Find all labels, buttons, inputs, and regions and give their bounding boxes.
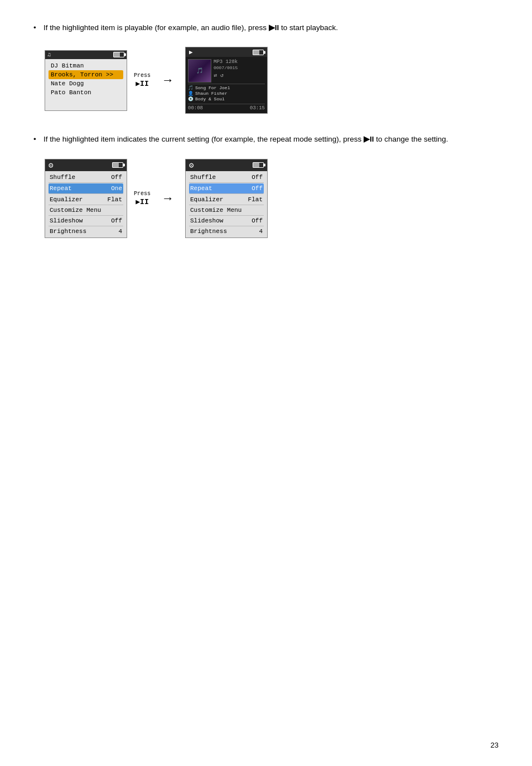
player-controls: ⇄ ↺ — [214, 72, 238, 79]
battery-icon-2 — [253, 50, 264, 55]
album-icon: 💿 — [188, 96, 194, 101]
artist-icon: 👤 — [188, 91, 194, 96]
music-icon: ♫ — [47, 52, 51, 58]
settings-header-after: ⚙ — [186, 159, 267, 171]
play-pause-symbol-1: ▶II — [136, 79, 148, 88]
list-item: DJ Bitman — [49, 61, 123, 70]
arrow-1: → — [162, 73, 174, 88]
song-icon: 🎵 — [188, 85, 194, 90]
player-top-row: 🎵 MP3 128k 0007/0015 ⇄ ↺ — [188, 59, 265, 83]
settings-row-customize: Customize Menu — [49, 205, 123, 216]
now-playing-screen: ▶ 🎵 MP3 128k 0007/0015 ⇄ ↺ — [185, 47, 268, 114]
settings-row-shuffle: Shuffle Off — [49, 172, 123, 183]
settings-after-screen: ⚙ Shuffle Off Repeat Off Equalizer Flat — [185, 159, 268, 238]
settings-body-after: Shuffle Off Repeat Off Equalizer Flat Cu… — [186, 171, 267, 237]
settings-row-equalizer: Equalizer Flat — [49, 195, 123, 205]
settings-row-brightness-after: Brightness 4 — [189, 226, 264, 236]
play-pause-symbol-2: ▶II — [136, 197, 148, 206]
play-icon: ▶ — [189, 49, 193, 56]
settings-row-shuffle-after: Shuffle Off — [189, 172, 264, 183]
player-time-row: 00:08 03:15 — [188, 104, 265, 111]
battery-icon-3 — [112, 162, 123, 168]
settings-row-repeat-highlighted: Repeat One — [49, 183, 123, 194]
gear-icon-before: ⚙ — [49, 161, 53, 170]
device-body-1: DJ Bitman Brooks, Torron >> Nate Dogg Pa… — [45, 59, 127, 110]
settings-before-screen: ⚙ Shuffle Off Repeat One Equalizer Flat — [45, 159, 127, 238]
section-2-diagram: ⚙ Shuffle Off Repeat One Equalizer Flat — [33, 159, 499, 238]
page-number: 23 — [491, 741, 499, 749]
section-1-diagram: ♫ DJ Bitman Brooks, Torron >> Nate Dogg … — [33, 47, 499, 114]
device-header-1: ♫ — [45, 51, 127, 59]
list-item: Pato Banton — [49, 88, 123, 97]
list-item: Nate Dogg — [49, 79, 123, 88]
settings-row-customize-after: Customize Menu — [189, 205, 264, 216]
settings-row-equalizer-after: Equalizer Flat — [189, 195, 264, 205]
settings-row-brightness: Brightness 4 — [49, 226, 123, 236]
shuffle-icon: ⇄ — [214, 72, 217, 79]
battery-icon-4 — [253, 162, 264, 168]
settings-row-slideshow: Slideshow Off — [49, 216, 123, 226]
album-art: 🎵 — [188, 59, 211, 83]
before-player-list: ♫ DJ Bitman Brooks, Torron >> Nate Dogg … — [45, 50, 127, 111]
player-header: ▶ — [186, 47, 267, 57]
section-1-text: If the highlighted item is playable (for… — [33, 22, 499, 33]
settings-body-before: Shuffle Off Repeat One Equalizer Flat Cu… — [45, 171, 127, 237]
section-1: If the highlighted item is playable (for… — [33, 22, 499, 114]
gear-icon-after: ⚙ — [189, 161, 194, 170]
settings-row-repeat-off-highlighted: Repeat Off — [189, 183, 264, 194]
press-play-label-2: Press ▶II — [134, 191, 151, 206]
list-item-highlighted: Brooks, Torron >> — [49, 70, 123, 79]
section-2: If the highlighted item indicates the cu… — [33, 134, 499, 237]
player-body: 🎵 MP3 128k 0007/0015 ⇄ ↺ 🎵 Song F — [186, 57, 267, 113]
settings-header-before: ⚙ — [45, 159, 127, 171]
player-song-info: 🎵 Song For Joel 👤 Shaun Fisher 💿 Body & … — [188, 84, 265, 101]
section-2-text: If the highlighted item indicates the cu… — [33, 134, 499, 145]
arrow-2: → — [162, 191, 174, 206]
press-play-label-1: Press ▶II — [134, 72, 151, 88]
repeat-icon: ↺ — [220, 72, 224, 79]
player-info: MP3 128k 0007/0015 ⇄ ↺ — [214, 59, 238, 83]
battery-icon-1 — [113, 52, 124, 57]
settings-row-slideshow-after: Slideshow Off — [189, 216, 264, 226]
